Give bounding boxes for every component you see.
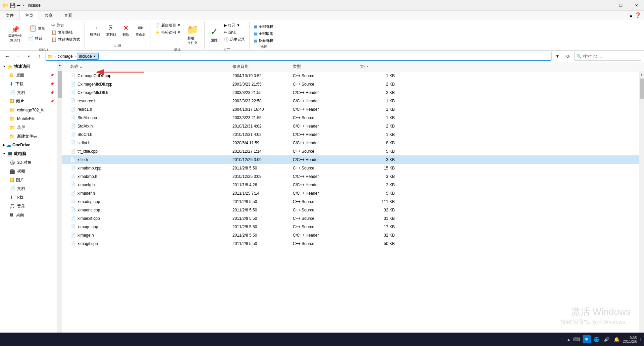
paste-button[interactable]: 📄 粘贴 (26, 35, 48, 42)
sidebar-item-mobilefile[interactable]: 📁 MobileFile (0, 114, 57, 123)
title-bar-dropdown-icon[interactable]: ▼ (22, 4, 25, 7)
table-row[interactable]: 📄 CxImageCrtDll.cpp 2004/10/19 0:52 C++ … (62, 71, 639, 80)
table-row[interactable]: 📄 tif_xfile.cpp 2010/12/27 1:14 C++ Sour… (62, 147, 639, 155)
copy-button[interactable]: 📋 复制 (26, 22, 48, 34)
sidebar-item-documents1[interactable]: 📄 文档 📌 (0, 88, 57, 97)
tab-share[interactable]: 共享 (39, 11, 58, 20)
volume-icon[interactable]: 🔊 (603, 335, 611, 343)
pin-to-quickaccess-button[interactable]: 📌 固定到快速访问 (5, 22, 25, 47)
sidebar-item-documents2[interactable]: 📄 文档 (0, 184, 57, 193)
maximize-button[interactable]: ❐ (613, 0, 629, 11)
table-row[interactable]: 📄 ximage.h 2011/2/8 5:50 C/C++ Header 32… (62, 231, 639, 239)
sidebar-item-3dobjects[interactable]: 🎲 3D 对象 (0, 158, 57, 167)
table-row[interactable]: 📄 StdAfx.h 2010/12/31 4:02 C/C++ Header … (62, 122, 639, 130)
tray-expand-icon[interactable]: ▲ (567, 337, 571, 341)
col-header-type[interactable]: 类型 (290, 63, 357, 70)
tab-file[interactable]: 文件 (0, 11, 19, 20)
tab-view[interactable]: 查看 (58, 11, 78, 20)
address-crumb-cximage[interactable]: cximage (56, 53, 74, 59)
table-row[interactable]: 📄 ximage.cpp 2011/2/8 5:50 C++ Source 17… (62, 223, 639, 231)
sidebar-item-recording[interactable]: 📁 录屏 (0, 123, 57, 132)
copy-to-button[interactable]: ⎘ 复制到 (104, 22, 118, 39)
sidebar-item-cximage[interactable]: 📁 cximage702_fu (0, 106, 57, 114)
search-bar[interactable]: 🔍 (574, 52, 641, 61)
sidebar-item-downloads2[interactable]: ⬇ 下载 (0, 193, 57, 202)
sidebar-item-downloads1[interactable]: ⬇ 下载 📌 (0, 80, 57, 88)
history-button[interactable]: 🕐 历史记录 (222, 36, 247, 43)
sidebar-section-thispc[interactable]: ▼ 💻 此电脑 (0, 149, 57, 158)
sidebar-item-desktop2[interactable]: 🖥 桌面 (0, 210, 57, 219)
table-row[interactable]: 📄 ximagif.cpp 2011/2/8 5:50 C++ Source 5… (62, 239, 639, 248)
refresh-button[interactable]: ⟳ (564, 52, 573, 61)
new-folder-button[interactable]: 📁 新建文件夹 (184, 22, 202, 47)
help-button[interactable]: ❓ (635, 12, 641, 18)
properties-button[interactable]: ✓ 属性 (207, 22, 221, 47)
sidebar-section-quickaccess[interactable]: ▼ ⭐ 快速访问 (0, 62, 57, 71)
network-icon[interactable]: 🌐 (593, 335, 601, 343)
table-row[interactable]: 📄 ximacfg.h 2011/1/8 4:26 C/C++ Header 2… (62, 181, 639, 189)
table-row[interactable]: 📄 StdCrt.h 2010/12/31 4:02 C/C++ Header … (62, 130, 639, 139)
minimize-button[interactable]: — (598, 0, 613, 11)
col-header-date[interactable]: 修改日期 (230, 63, 290, 70)
table-row[interactable]: 📄 resource.h 2003/3/23 22:58 C/C++ Heade… (62, 97, 639, 105)
recent-locations-button[interactable]: ▼ (24, 52, 34, 61)
table-row[interactable]: 📄 StdAfx.cpp 2003/3/23 21:55 C++ Source … (62, 113, 639, 122)
new-item-button[interactable]: 📄 新建项目 ▼ (154, 22, 182, 29)
scroll-up-button[interactable]: ▲ (639, 71, 644, 77)
sidebar-section-onedrive[interactable]: ▶ ☁ OneDrive (0, 141, 57, 149)
sidebar-item-music[interactable]: 🎵 音乐 (0, 202, 57, 210)
table-row[interactable]: 📄 CxImageMfcDll.h 2003/3/23 21:55 C/C++ … (62, 88, 639, 97)
scroll-thumb[interactable] (640, 79, 644, 99)
keyboard-icon[interactable]: ⌨ (573, 335, 581, 343)
table-row[interactable]: 📄 ximaenc.cpp 2011/2/8 5:50 C++ Source 3… (62, 206, 639, 214)
rename-button[interactable]: ✏ 重命名 (133, 22, 148, 39)
col-header-name[interactable]: 名称 ▲ (67, 63, 230, 70)
sidebar-item-newfolder[interactable]: 📁 新建文件夹 (0, 132, 57, 141)
search-input[interactable] (583, 54, 639, 59)
table-row[interactable]: 📄 ximabmp.cpp 2011/2/8 5:50 C++ Source 1… (62, 164, 639, 172)
table-row[interactable]: 📄 stdint.h 2020/6/4 11:59 C/C++ Header 8… (62, 139, 639, 147)
language-icon[interactable]: 中 (583, 335, 591, 343)
ribbon-collapse-button[interactable]: ▲ (629, 13, 633, 18)
table-row[interactable]: 📄 ximabmp.h 2010/12/25 3:09 C/C++ Header… (62, 172, 639, 181)
copy-path-button[interactable]: 📋 复制路径 (50, 29, 82, 36)
open-button[interactable]: ▶ 打开 ▼ (222, 22, 247, 29)
sidebar-scrollbar[interactable]: ▲ ▼ (57, 62, 62, 337)
sidebar-item-video[interactable]: 🎬 视频 (0, 167, 57, 176)
sidebar-item-desktop1[interactable]: 🖥 桌面 📌 (0, 71, 57, 80)
content-scrollbar[interactable]: ▲ ▼ (639, 71, 644, 337)
deselect-all-button[interactable]: ▦ 全部取消 (252, 31, 275, 37)
table-row[interactable]: 📄 ximadsp.cpp 2011/2/8 5:50 C++ Source 1… (62, 197, 639, 206)
scroll-track[interactable] (639, 77, 644, 331)
easy-access-button[interactable]: ⚡ 轻松访问 ▼ (154, 29, 182, 36)
select-all-button[interactable]: ▦ 全部选择 (252, 23, 275, 30)
delete-button[interactable]: ✕ 删除 (120, 22, 132, 39)
invert-select-button[interactable]: ▦ 反向选择 (252, 38, 275, 44)
address-bar[interactable]: 📁 › cximage › include ▼ (46, 52, 551, 61)
paste-shortcut-button[interactable]: 📋 粘贴快捷方式 (50, 36, 82, 43)
address-crumb-include[interactable]: include ▼ (77, 53, 99, 60)
move-to-button[interactable]: → 移动到 (88, 22, 102, 39)
table-row[interactable]: 📄 CxImageMfcDll.cpp 2003/3/23 21:55 C++ … (62, 80, 639, 88)
sidebar-item-pictures1[interactable]: 🖼 图片 📌 (0, 97, 57, 106)
table-row[interactable]: 📄 ximadef.h 2011/1/25 7:14 C/C++ Header … (62, 189, 639, 197)
table-row[interactable]: 📄 ximaexif.cpp 2011/2/8 5:50 C++ Source … (62, 214, 639, 223)
cut-button[interactable]: ✂ 剪切 (50, 22, 82, 29)
tab-home[interactable]: 主页 (19, 11, 39, 20)
close-button[interactable]: ✕ (629, 0, 644, 11)
forward-button[interactable]: → (13, 52, 23, 61)
table-row[interactable]: 📄 xfile.h 2010/12/25 3:09 C/C++ Header 3… (62, 155, 639, 164)
address-dropdown-button[interactable]: ▼ (553, 52, 562, 61)
edit-button[interactable]: ✏ 编辑 (222, 29, 247, 36)
col-header-size[interactable]: 大小 (357, 63, 397, 70)
address-bar-row: ← → ▼ ↑ 📁 › cximage › include ▼ ▼ ⟳ 🔍 (0, 51, 644, 62)
up-button[interactable]: ↑ (35, 52, 44, 61)
sidebar-item-pictures2[interactable]: 🖼 图片 (0, 176, 57, 184)
notification-icon[interactable]: 🔔 (613, 335, 621, 343)
sidebar-scroll-track[interactable] (57, 68, 62, 331)
back-button[interactable]: ← (3, 52, 12, 61)
sidebar-scroll-thumb[interactable] (58, 71, 62, 98)
table-row[interactable]: 📄 resrc1.h 2004/10/17 16:40 C/C++ Header… (62, 105, 639, 113)
sidebar-scroll-up[interactable]: ▲ (57, 62, 62, 68)
show-desktop-button[interactable]: | (639, 338, 641, 341)
